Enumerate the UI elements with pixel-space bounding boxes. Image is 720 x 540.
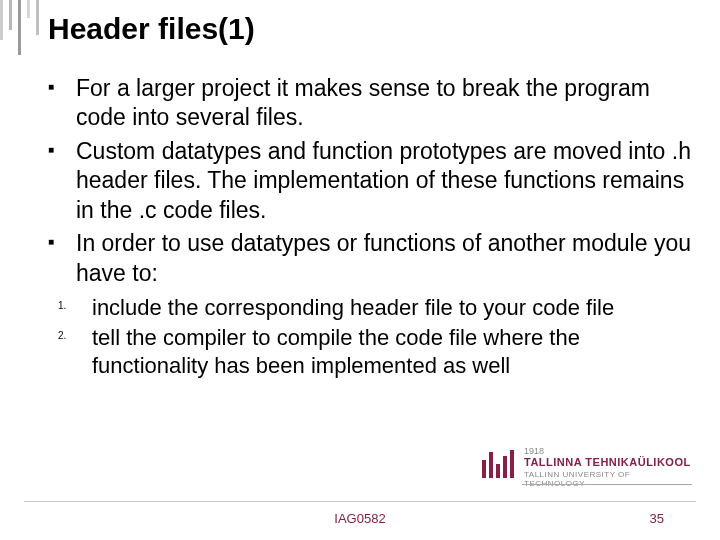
number-marker: 1.	[58, 300, 66, 313]
bullet-list: For a larger project it makes sense to b…	[48, 74, 692, 288]
logo-year: 1918	[524, 446, 544, 456]
logo-line2: TALLINN UNIVERSITY OF TECHNOLOGY	[524, 470, 692, 488]
decorative-bars	[0, 0, 45, 42]
university-logo: 1918 TALLINNA TEHNIKAÜLIKOOL TALLINN UNI…	[482, 446, 692, 488]
slide-body: For a larger project it makes sense to b…	[48, 74, 692, 383]
numbered-list: 1. include the corresponding header file…	[48, 294, 692, 380]
footer-slide-number: 35	[650, 511, 664, 526]
bullet-item: For a larger project it makes sense to b…	[48, 74, 692, 133]
numbered-text: tell the compiler to compile the code fi…	[92, 325, 580, 378]
bullet-item: Custom datatypes and function prototypes…	[48, 137, 692, 225]
bullet-item: In order to use datatypes or functions o…	[48, 229, 692, 288]
slide: Header files(1) For a larger project it …	[0, 0, 720, 540]
numbered-text: include the corresponding header file to…	[92, 295, 614, 320]
logo-bars-icon	[482, 450, 517, 478]
numbered-item: 2. tell the compiler to compile the code…	[48, 324, 692, 380]
number-marker: 2.	[58, 330, 66, 343]
numbered-item: 1. include the corresponding header file…	[48, 294, 692, 322]
slide-title: Header files(1)	[48, 12, 255, 46]
logo-underline	[522, 484, 692, 485]
footer-divider	[24, 501, 696, 502]
footer-course-code: IAG0582	[0, 511, 720, 526]
logo-line1: TALLINNA TEHNIKAÜLIKOOL	[524, 456, 691, 468]
